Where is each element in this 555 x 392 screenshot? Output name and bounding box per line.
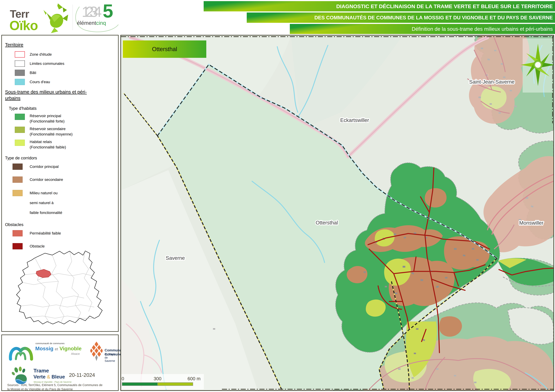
inset-territory-outline [16, 251, 102, 324]
pays-saverne-diamond-gray [95, 355, 98, 361]
legend-sub-reservoir-principal: (Fonctionnalité forte) [30, 119, 65, 123]
element5-logo: 1234 5 élémentcinq [74, 2, 121, 34]
legend-label-corridor-secondaire: Corridor secondaire [30, 177, 63, 182]
compass [521, 38, 554, 93]
swatch-permeabilite-faible [13, 230, 23, 236]
legend-label-milieu-1: Milieu naturel ou [30, 191, 58, 195]
map-title-box: Ottersthal [123, 41, 206, 58]
page: Terr Oïko 1234 5 élémentcinq DIAGNOSTIC … [0, 0, 555, 392]
legend-heading-corridors: Type de corridors [5, 156, 37, 160]
inset-locator-map [11, 244, 110, 329]
legend-heading-habitats: Type d'habitats [9, 106, 37, 111]
legend-label-limites: Limites communales [30, 61, 64, 66]
legend-label-milieu-2: semi naturel à [30, 201, 54, 205]
tvb-line1: Trame [33, 368, 49, 374]
label-eckartswiller: Eckartswiller [340, 117, 369, 123]
swatch-habitat-relais [15, 140, 25, 146]
legend-label-cours-eau: Cours d'eau [30, 80, 50, 84]
legend-panel: Territoire Zone d'étude Limites communal… [1, 35, 119, 332]
swatch-milieu-naturel [13, 190, 23, 196]
legend-label-reservoir-secondaire: Réservoir secondaire [30, 127, 66, 131]
scalebar-segment-2 [158, 383, 193, 386]
mossig-name2: Vignoble [59, 345, 81, 351]
mossig-region: Alsace [71, 352, 80, 356]
pays-saverne-logo-icon [90, 341, 102, 361]
swatch-corridor-principal [13, 164, 23, 170]
header-title-bar-1: DIAGNOSTIC ET DÉCLINAISON DE LA TRAME VE… [204, 1, 555, 11]
legend-label-zone-etude: Zone d'étude [30, 52, 52, 57]
legend-sub-reservoir-secondaire: (Fonctionnalité moyenne) [30, 132, 73, 136]
label-saverne: Saverne [166, 255, 185, 261]
element5-five: 5 [103, 0, 113, 22]
tvb-amp: & [47, 374, 50, 379]
tvb-verte: Verte [33, 374, 45, 379]
legend-label-milieu-3: faible fonctionnalité [30, 210, 62, 215]
tvb-bleue: Bleue [51, 374, 65, 379]
swatch-reservoir-principal [15, 114, 25, 120]
header-title-bar-3: Définition de la sous-trame des milieux … [290, 24, 555, 34]
legend-heading-obstacles: Obstacles [5, 222, 23, 227]
swatch-limites-communales [15, 60, 25, 67]
element5-wordmark: élémentcinq [77, 20, 106, 26]
terroiko-logo: Terr Oïko [8, 2, 71, 34]
saverne-cc-line2: du Pays de Saverne [105, 353, 118, 363]
element5-word2: cinq [96, 20, 106, 26]
legend-label-habitat-relais: Habitat relais [30, 140, 52, 144]
sources-line1: Sources : IGN, TerrOïko, Elément 5, Comm… [7, 383, 115, 387]
swatch-corridor-secondaire [13, 177, 23, 183]
sources-line2: la Mossig et du Vignoble et du Pays de S… [7, 387, 115, 391]
legend-label-reservoir-principal: Réservoir principal [30, 114, 61, 118]
scalebar-segment-1 [122, 383, 158, 386]
scalebar-label-300: 300 [154, 376, 161, 381]
legend-label-permeabilite: Perméabilité faible [30, 231, 61, 235]
terroiko-frog-icon [38, 3, 69, 34]
mossig-name: Mossig et Vignoble [35, 345, 81, 351]
label-saint-jean-saverne: Saint-Jean-Saverne [469, 79, 514, 85]
mossig-small-text: communauté de communes [36, 342, 65, 345]
swatch-bati [15, 70, 25, 76]
mossig-vignoble-logo-icon [8, 341, 34, 361]
tvb-line2: Verte & Bleue [33, 374, 65, 380]
legend-heading-territoire: Territoire [5, 42, 23, 48]
swatch-reservoir-secondaire [15, 127, 25, 133]
map-title-text: Ottersthal [152, 46, 177, 52]
label-ottersthal: Ottersthal [316, 220, 338, 226]
footer-panel: communauté de communes Mossig et Vignobl… [1, 335, 119, 391]
sources-text: Sources : IGN, TerrOïko, Elément 5, Comm… [7, 383, 115, 391]
mossig-name1: Mossig [35, 345, 53, 351]
header-title-bar-2: DES COMMUNAUTÉS DE COMMUNES DE LA MOSSIG… [247, 13, 555, 23]
mossig-et: et [55, 347, 58, 351]
pays-saverne-diamonds [90, 342, 102, 357]
map-canvas[interactable]: Saint-Jean-Saverne Eckartswiller Otterst… [120, 35, 554, 391]
scalebar-label-0: 0 [122, 376, 124, 381]
scalebar: 0 300 600 m [121, 374, 204, 389]
legend-heading-sous-trame: Sous-trame des milieux urbains et péri-u… [5, 89, 100, 101]
map-svg: Saint-Jean-Saverne Eckartswiller Otterst… [121, 36, 554, 390]
map-date: 20-11-2024 [69, 372, 95, 378]
legend-label-corridor-principal: Corridor principal [30, 164, 59, 169]
legend-label-bati: Bâti [30, 71, 36, 75]
terroiko-text-oiko: Oïko [9, 18, 38, 33]
scalebar-label-600: 600 m [188, 376, 201, 381]
tvb-logo-icon [11, 366, 29, 385]
label-monswiller: Monswiller [519, 220, 543, 226]
legend-sub-habitat-relais: (Fonctionnalité faible) [30, 145, 66, 149]
swatch-cours-eau [15, 79, 25, 85]
swatch-zone-etude [15, 51, 25, 57]
element5-digits: 1234 [82, 3, 98, 20]
element5-word1: élément [77, 20, 96, 26]
